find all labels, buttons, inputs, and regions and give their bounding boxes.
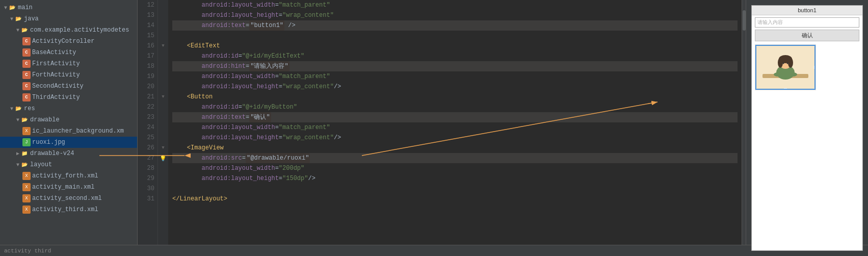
folder-arrow: ▼: [10, 106, 13, 112]
gutter-28: [158, 163, 168, 173]
tree-item-BaseActivity[interactable]: CBaseActivity: [0, 47, 137, 58]
fold-icon[interactable]: ▼: [162, 43, 164, 48]
tree-item-ActivityCotroller[interactable]: CActivityCotroller: [0, 36, 137, 47]
line-number-15: 15: [141, 31, 154, 41]
gutter: ▼▼▼💡: [158, 0, 168, 256]
tree-item-layout[interactable]: ▼ 📂layout: [0, 159, 137, 170]
handle-bl[interactable]: [755, 88, 757, 90]
tree-item-label: ActivityCotroller: [32, 38, 94, 45]
fold-icon[interactable]: ▼: [162, 145, 164, 150]
gutter-17: [158, 51, 168, 61]
lightbulb-icon[interactable]: 💡: [160, 155, 167, 162]
line-number-14: 14: [141, 20, 154, 31]
fold-icon[interactable]: ▼: [162, 94, 164, 99]
tree-item-label: ic_launcher_background.xm: [32, 127, 124, 135]
xml-file-icon: X: [22, 127, 31, 135]
tree-item-ThirdActivity[interactable]: CThirdActivity: [0, 92, 137, 103]
code-line-30: [172, 184, 738, 194]
folder-arrow: ▶: [16, 150, 19, 157]
line-number-13: 13: [141, 10, 154, 20]
tree-item-label: main: [18, 4, 33, 11]
handle-tr[interactable]: [814, 44, 816, 46]
tree-item-label: activity_forth.xml: [32, 172, 98, 180]
folder-arrow: ▼: [4, 5, 7, 11]
svg-point-9: [778, 58, 783, 68]
code-line-13: android:layout_height="wrap_content": [172, 10, 738, 20]
tree-item-label: activity_second.xml: [32, 195, 102, 202]
tree-item-activity_forth[interactable]: Xactivity_forth.xml: [0, 170, 137, 182]
preview-button1: button1: [752, 6, 862, 15]
preview-image-svg: [757, 46, 813, 89]
preview-panel: button1 请输入内容 确认: [746, 0, 868, 256]
gutter-12: [158, 0, 168, 10]
tree-item-FirstActivity[interactable]: CFirstActivity: [0, 58, 137, 69]
java-file-icon: C: [22, 60, 31, 68]
java-file-icon: C: [22, 48, 31, 57]
svg-point-12: [787, 62, 788, 64]
preview-image: [755, 44, 816, 90]
code-line-14: android:text="button1" />: [172, 20, 738, 31]
jpg-file-icon: J: [22, 138, 31, 146]
tree-item-SecondActivity[interactable]: CSecondActivity: [0, 81, 137, 92]
handle-bm[interactable]: [784, 88, 787, 90]
tree-item-ic_launcher_background[interactable]: Xic_launcher_background.xm: [0, 125, 137, 137]
folder-open-icon: 📂: [14, 15, 22, 23]
tree-item-activity_second[interactable]: Xactivity_second.xml: [0, 193, 137, 204]
line-number-23: 23: [141, 112, 154, 122]
file-tree[interactable]: ▼ 📂main▼ 📂java▼ 📂com.example.activitymod…: [0, 0, 138, 256]
tree-item-label: BaseActivity: [32, 49, 76, 56]
code-line-28: android:layout_width="200dp": [172, 163, 738, 173]
tree-item-label: ThirdActivity: [32, 94, 80, 101]
tree-item-res[interactable]: ▼ 📂res: [0, 103, 137, 114]
java-file-icon: C: [22, 71, 31, 79]
line-number-24: 24: [141, 122, 154, 133]
gutter-16: ▼: [158, 41, 168, 51]
xml-file-icon: X: [22, 183, 31, 191]
tree-item-com.example[interactable]: ▼ 📂com.example.activitymodetes: [0, 24, 137, 36]
tree-item-drawable-v24[interactable]: ▶ 📁drawable-v24: [0, 148, 137, 159]
gutter-22: [158, 102, 168, 112]
code-line-23: android:text="确认": [172, 112, 738, 122]
handle-mr[interactable]: [814, 66, 816, 69]
gutter-27: 💡: [158, 153, 168, 163]
handle-br[interactable]: [814, 88, 816, 90]
tree-item-label: layout: [30, 161, 52, 168]
gutter-14: [158, 20, 168, 31]
svg-point-10: [788, 58, 793, 68]
gutter-15: [158, 31, 168, 41]
line-number-17: 17: [141, 51, 154, 61]
java-file-icon: C: [22, 93, 31, 101]
scrollbar-vertical[interactable]: [742, 0, 746, 256]
line-number-18: 18: [141, 61, 154, 71]
code-line-15: [172, 31, 738, 41]
tree-item-label: drawable: [30, 116, 60, 123]
handle-tl[interactable]: [755, 44, 757, 46]
code-line-20: android:layout_height="wrap_content"/>: [172, 82, 738, 92]
line-number-20: 20: [141, 82, 154, 92]
line-number-12: 12: [141, 0, 154, 10]
folder-arrow: ▼: [10, 16, 13, 22]
tree-item-ForthActivity[interactable]: CForthActivity: [0, 69, 137, 81]
gutter-20: [158, 82, 168, 92]
code-line-18: android:hint="请输入内容": [172, 61, 738, 71]
code-lines[interactable]: android:layout_width="match_parent" andr…: [168, 0, 742, 256]
tree-item-main[interactable]: ▼ 📂main: [0, 2, 137, 13]
tree-item-activity_main[interactable]: Xactivity_main.xml: [0, 182, 137, 193]
java-file-icon: C: [22, 82, 31, 90]
tree-item-java[interactable]: ▼ 📂java: [0, 13, 137, 24]
folder-open-icon: 📂: [8, 4, 16, 12]
gutter-25: [158, 133, 168, 143]
gutter-19: [158, 71, 168, 82]
xml-file-icon: X: [22, 194, 31, 202]
folder-arrow: ▼: [16, 117, 19, 123]
tree-item-activity_third[interactable]: Xactivity_third.xml: [0, 204, 137, 215]
tree-item-ruoxi[interactable]: Jruoxi.jpg: [0, 137, 137, 148]
gutter-30: [158, 184, 168, 194]
line-numbers: 1213141516171819202122232425262728293031: [138, 0, 158, 256]
gutter-21: ▼: [158, 92, 168, 102]
tree-item-label: drawable-v24: [30, 150, 74, 157]
xml-file-icon: X: [22, 172, 31, 180]
gutter-23: [158, 112, 168, 122]
tree-item-label: activity_third.xml: [32, 206, 98, 213]
tree-item-drawable[interactable]: ▼ 📂drawable: [0, 114, 137, 125]
